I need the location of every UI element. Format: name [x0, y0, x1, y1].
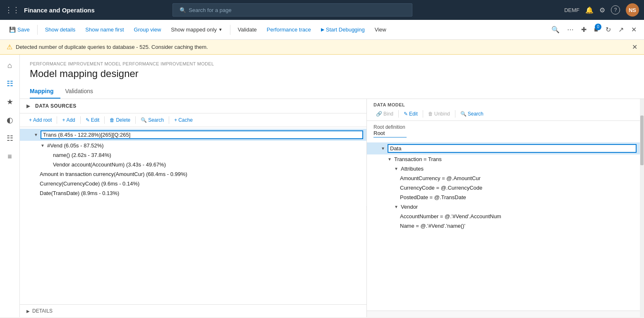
- tree-item-vendaccount[interactable]: Vendor account(AccountNum) (3.43s - 49.6…: [20, 160, 366, 169]
- sidebar-item-list[interactable]: ≡: [2, 149, 17, 164]
- details-expand-icon: ▶: [26, 309, 30, 313]
- search-ds-button[interactable]: 🔍 Search: [138, 116, 166, 124]
- dm-item-attributes[interactable]: ▼ Attributes: [367, 164, 640, 173]
- vend-toggle-icon[interactable]: ▼: [40, 143, 45, 149]
- breadcrumb: PERFORMANCE IMPROVEMENT MODEL PERFORMANC…: [20, 55, 644, 66]
- cache-icon: +: [174, 117, 177, 123]
- user-avatar[interactable]: NS: [626, 3, 639, 17]
- panel-sep-5: [169, 116, 169, 124]
- dm-search-label: Search: [468, 111, 484, 117]
- dm-search-button[interactable]: 🔍 Search: [458, 110, 486, 118]
- trans-toggle-icon[interactable]: ▼: [33, 132, 39, 138]
- toolbar-sep-1: [37, 25, 38, 35]
- sidebar-item-clock[interactable]: ◐: [2, 113, 17, 128]
- dm-attributes-label: Attributes: [401, 166, 637, 172]
- dm-item-accountnumber[interactable]: AccountNumber = @.'#Vend'.AccountNum: [367, 212, 640, 221]
- bind-button[interactable]: 🔗 Bind: [373, 110, 396, 118]
- sidebar-item-dashboard[interactable]: ☷: [2, 131, 17, 146]
- start-debugging-button[interactable]: ▶ Start Debugging: [317, 25, 369, 34]
- dm-vendor-toggle-icon[interactable]: ▼: [393, 204, 399, 210]
- save-label: Save: [17, 26, 30, 33]
- dm-attributes-toggle-icon[interactable]: ▼: [393, 166, 399, 172]
- edit-label: Edit: [91, 117, 100, 123]
- notification-bell-icon[interactable]: 🔔: [585, 6, 594, 14]
- warning-message: Detected number of duplicate queries to …: [16, 44, 208, 50]
- sidebar-item-filter[interactable]: ☷: [2, 76, 17, 91]
- dm-item-data[interactable]: ▼ Data: [367, 142, 640, 154]
- data-sources-header: ▶ DATA SOURCES: [20, 99, 366, 113]
- grid-icon[interactable]: ⋮⋮: [5, 5, 20, 14]
- tree-item-transdate[interactable]: Date(TransDate) (8.9ms - 0.13%): [20, 188, 366, 198]
- tab-validations[interactable]: Validations: [65, 84, 100, 99]
- group-view-label: Group view: [134, 26, 161, 33]
- transdate-label: Date(TransDate) (8.9ms - 0.13%): [40, 190, 363, 196]
- right-scrollbar[interactable]: [640, 99, 644, 317]
- dm-edit-button[interactable]: ✎ Edit: [401, 110, 420, 118]
- tree-item-currencycode[interactable]: Currency(CurrencyCode) (9.6ms - 0.14%): [20, 179, 366, 188]
- dm-data-toggle-icon[interactable]: ▼: [380, 146, 386, 152]
- vend-label: #Vend (6.05s - 87.52%): [47, 142, 363, 149]
- gear-icon[interactable]: ⚙: [599, 6, 605, 14]
- dm-item-posteddate[interactable]: PostedDate = @.TransDate: [367, 193, 640, 202]
- edit-button[interactable]: ✎ Edit: [83, 116, 102, 124]
- view-button[interactable]: View: [371, 25, 390, 34]
- unbind-button[interactable]: 🗑 Unbind: [426, 110, 452, 118]
- cache-button[interactable]: + Cache: [172, 116, 195, 124]
- search-toolbar-icon[interactable]: 🔍: [549, 24, 562, 35]
- delete-button[interactable]: 🗑 Delete: [107, 116, 133, 124]
- dm-item-transaction[interactable]: ▼ Transaction = Trans: [367, 154, 640, 164]
- delete-label: Delete: [116, 117, 130, 123]
- sidebar-item-home[interactable]: ⌂: [2, 58, 17, 73]
- dm-item-currencycode2[interactable]: CurrencyCode = @.CurrencyCode: [367, 183, 640, 193]
- start-debugging-label: Start Debugging: [326, 26, 365, 33]
- content-area: PERFORMANCE IMPROVEMENT MODEL PERFORMANC…: [20, 55, 644, 317]
- sidebar-item-star[interactable]: ★: [2, 94, 17, 109]
- show-mapped-only-button[interactable]: Show mapped only ▼: [167, 25, 226, 34]
- resize-handle[interactable]: ⋮: [365, 99, 367, 317]
- details-section[interactable]: ▶ DETAILS: [20, 304, 366, 317]
- badge-count: 0: [595, 24, 601, 30]
- tree-item-name[interactable]: name() (2.62s - 37.84%): [20, 150, 366, 160]
- dm-item-vendor[interactable]: ▼ Vendor: [367, 202, 640, 212]
- bottom-scrollbar: [367, 311, 640, 317]
- dm-item-amountcurrency[interactable]: AmountCurrency = @.AmountCur: [367, 173, 640, 183]
- scrollbar-thumb[interactable]: [640, 116, 644, 165]
- global-search[interactable]: 🔍 Search for a page: [172, 3, 412, 17]
- tree-item-amountcur[interactable]: Amount in transaction currency(AmountCur…: [20, 169, 366, 179]
- extension-button[interactable]: ■ 0: [591, 24, 601, 35]
- search-icon: 🔍: [180, 7, 186, 13]
- data-model-title: DATA MODEL: [367, 99, 640, 107]
- pin-button[interactable]: ✚: [579, 24, 589, 35]
- close-button[interactable]: ✕: [629, 24, 639, 35]
- tab-mapping[interactable]: Mapping: [30, 84, 60, 99]
- add-root-button[interactable]: + Add root: [26, 116, 54, 124]
- left-sidebar: ⌂ ☷ ★ ◐ ☷ ≡: [0, 55, 20, 317]
- help-icon[interactable]: ?: [611, 5, 620, 14]
- tree-item-vend[interactable]: ▼ #Vend (6.05s - 87.52%): [20, 141, 366, 150]
- add-root-label: Add root: [33, 117, 52, 123]
- add-icon: +: [62, 117, 65, 123]
- data-sources-expand-icon[interactable]: ▶: [26, 103, 30, 109]
- warning-close-button[interactable]: ✕: [632, 43, 637, 51]
- dm-transaction-toggle-icon[interactable]: ▼: [387, 157, 393, 162]
- more-options-button[interactable]: ⋯: [565, 24, 576, 35]
- dm-item-vendorname[interactable]: Name = @.'#Vend'.'name()': [367, 221, 640, 231]
- delete-icon: 🗑: [110, 117, 115, 123]
- data-sources-title: DATA SOURCES: [35, 103, 77, 109]
- show-name-first-button[interactable]: Show name first: [81, 25, 128, 34]
- add-root-icon: +: [29, 117, 32, 123]
- group-view-button[interactable]: Group view: [130, 25, 165, 34]
- refresh-button[interactable]: ↻: [603, 24, 613, 35]
- validate-button[interactable]: Validate: [234, 25, 261, 34]
- bind-label: Bind: [383, 111, 393, 117]
- root-def-label: Root definition: [373, 124, 633, 130]
- environment-label: DEMF: [564, 7, 579, 13]
- popout-button[interactable]: ↗: [616, 24, 626, 35]
- show-details-button[interactable]: Show details: [41, 25, 80, 34]
- save-button[interactable]: 💾 Save: [5, 25, 34, 34]
- performance-trace-button[interactable]: Performance trace: [263, 25, 315, 34]
- dm-search-icon: 🔍: [460, 111, 467, 117]
- tree-item-trans[interactable]: ▼ Trans (8.45s - 122.28%)[265][Q:265]: [20, 129, 366, 141]
- data-sources-toolbar: + Add root + Add ✎ Edit 🗑: [20, 113, 366, 127]
- add-button[interactable]: + Add: [60, 116, 77, 124]
